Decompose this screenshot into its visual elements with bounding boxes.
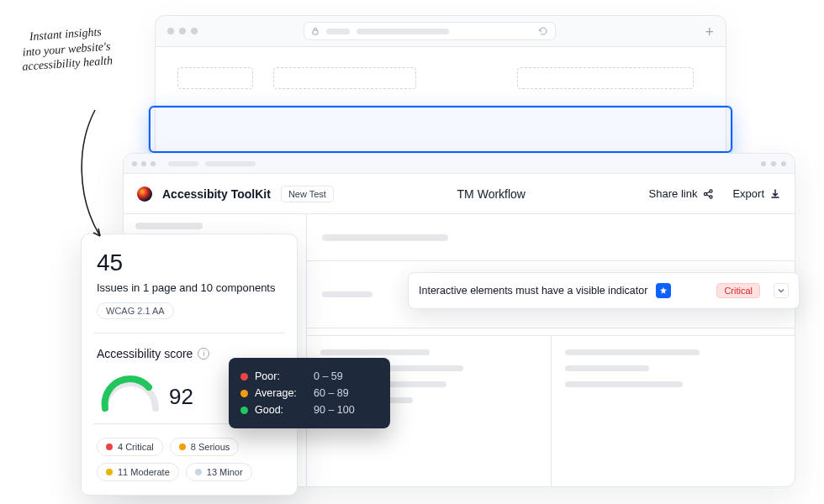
traffic-light-icon — [167, 28, 174, 34]
info-icon[interactable]: i — [198, 348, 209, 360]
export-button[interactable]: Export — [732, 187, 781, 200]
severity-dot-icon — [179, 444, 186, 450]
traffic-light-icon — [191, 28, 198, 34]
issue-callout: Interactive elements must have a visible… — [408, 272, 800, 309]
svg-rect-0 — [313, 30, 318, 34]
traffic-light-icon — [151, 161, 156, 166]
lock-icon — [311, 27, 320, 35]
app-titlebar — [124, 154, 795, 174]
traffic-light-icon — [132, 161, 137, 166]
issues-count: 45 — [97, 249, 282, 276]
legend-dot-icon — [240, 373, 248, 381]
arrow-drawing — [71, 105, 122, 248]
legend-dot-icon — [240, 407, 248, 414]
panel-header-row — [307, 214, 795, 261]
svg-point-1 — [705, 192, 707, 195]
traffic-light-icon — [179, 28, 186, 34]
legend-row-good: Good: 90 – 100 — [240, 402, 378, 418]
share-icon — [702, 188, 714, 200]
traffic-light-icon — [141, 161, 146, 166]
app-logo-icon — [137, 186, 152, 202]
score-legend-tooltip: Poor: 0 – 59 Average: 60 – 89 Good: 90 –… — [229, 358, 390, 428]
chevron-down-icon — [778, 287, 784, 294]
wcag-chip: WCAG 2.1 AA — [97, 302, 174, 319]
browser-titlebar: + — [156, 16, 726, 46]
skeleton-placeholder — [517, 67, 694, 89]
score-value: 92 — [169, 384, 193, 410]
severity-chip-minor[interactable]: 13 Minor — [186, 463, 252, 481]
severity-chips: 4 Critical 8 Serious 11 Moderate 13 Mino… — [97, 438, 282, 481]
app-name-label: Accessibity ToolKit — [162, 187, 271, 201]
legend-dot-icon — [240, 390, 248, 397]
export-label: Export — [732, 187, 764, 200]
issue-text: Interactive elements must have a visible… — [419, 285, 647, 297]
severity-dot-icon — [106, 469, 113, 475]
severity-dot-icon — [195, 469, 202, 475]
workflow-title: TM Workflow — [457, 187, 526, 201]
severity-chip-moderate[interactable]: 11 Moderate — [97, 463, 179, 481]
skeleton-placeholder — [273, 67, 416, 89]
new-test-button[interactable]: New Test — [281, 186, 334, 202]
issues-subtitle: Issues in 1 page and 10 components — [97, 281, 282, 294]
legend-row-average: Average: 60 – 89 — [240, 385, 378, 402]
download-icon — [769, 188, 781, 200]
svg-point-3 — [710, 195, 712, 197]
score-title-label: Accessibility score — [97, 347, 193, 360]
new-tab-button[interactable]: + — [705, 24, 714, 41]
share-link-button[interactable]: Share link — [649, 187, 715, 200]
svg-point-2 — [710, 189, 712, 192]
expand-button[interactable] — [774, 283, 789, 298]
severity-dot-icon — [106, 444, 113, 450]
severity-chip-serious[interactable]: 8 Serious — [170, 438, 239, 456]
score-gauge — [97, 370, 164, 409]
severity-chip-critical[interactable]: 4 Critical — [97, 438, 163, 456]
url-bar[interactable] — [304, 22, 556, 40]
skeleton-placeholder — [177, 67, 253, 89]
star-badge-icon — [656, 283, 671, 298]
legend-row-poor: Poor: 0 – 59 — [240, 368, 378, 385]
accessibility-highlight — [149, 106, 732, 153]
app-toolbar: Accessibity ToolKit New Test TM Workflow… — [124, 174, 795, 214]
critical-tag: Critical — [716, 283, 760, 298]
app-main-panel: Interactive elements must have a visible… — [307, 214, 795, 486]
refresh-icon[interactable] — [538, 26, 548, 36]
share-link-label: Share link — [649, 187, 698, 200]
handwritten-annotation: Instant insights into your website's acc… — [18, 24, 114, 74]
